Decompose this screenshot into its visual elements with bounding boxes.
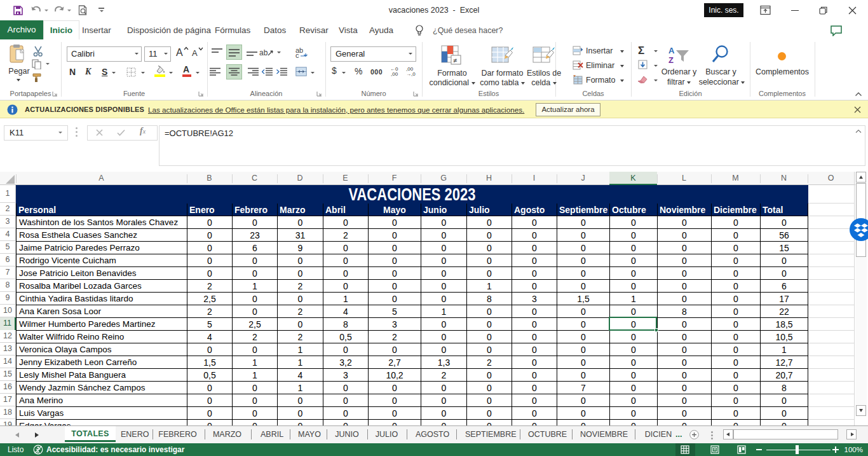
svg-text:≠: ≠ <box>453 57 457 64</box>
svg-text:A: A <box>668 46 675 55</box>
svg-text:Z: Z <box>668 55 674 64</box>
svg-text:→,0: →,0 <box>406 71 416 76</box>
svg-text:c: c <box>295 52 299 58</box>
svg-text:,00: ,00 <box>391 71 398 76</box>
svg-text:ab: ab <box>259 48 268 57</box>
